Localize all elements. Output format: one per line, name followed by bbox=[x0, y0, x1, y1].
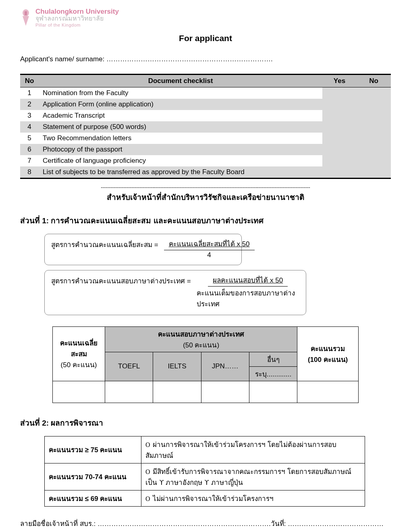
col-no2: No bbox=[357, 74, 391, 87]
table-row: 1Nomination from the Faculty bbox=[20, 87, 391, 99]
page-title: For applicant bbox=[20, 33, 391, 43]
table-row: 6Photocopy of the passport bbox=[20, 144, 391, 155]
brand-line-th: จุฬาลงกรณ์มหาวิทยาลัย bbox=[35, 15, 119, 22]
check-yes[interactable] bbox=[322, 121, 357, 133]
table-row: 7Certificate of language proficiency bbox=[20, 155, 391, 166]
col-no: No bbox=[20, 74, 39, 87]
score-total-cell[interactable] bbox=[297, 381, 359, 403]
check-yes[interactable] bbox=[322, 110, 357, 121]
brand-tagline: Pillar of the Kingdom bbox=[35, 22, 119, 28]
score-jpn-cell[interactable] bbox=[201, 381, 249, 403]
check-no[interactable] bbox=[357, 166, 391, 179]
radio-mark-icon[interactable]: O bbox=[145, 468, 151, 475]
brand-text: Chulalongkorn University จุฬาลงกรณ์มหาวิ… bbox=[35, 8, 119, 28]
check-no[interactable] bbox=[357, 110, 391, 121]
score-gpa-cell[interactable] bbox=[53, 381, 105, 403]
table-row: 3Academic Transcript bbox=[20, 110, 391, 121]
brand-line-en: Chulalongkorn University bbox=[35, 8, 119, 15]
check-yes[interactable] bbox=[322, 144, 357, 155]
check-yes[interactable] bbox=[322, 166, 357, 179]
radio-mark-icon[interactable]: O bbox=[145, 441, 151, 448]
table-row: 4Statement of purpose (500 words) bbox=[20, 121, 391, 133]
formula-language: สูตรการคำนวณคะแนนสอบภาษาต่างประเทศ = ผลค… bbox=[44, 270, 306, 315]
table-row: 5Two Recommendation letters bbox=[20, 133, 391, 144]
score-other-cell[interactable] bbox=[249, 381, 297, 403]
radio-mark-icon[interactable]: O bbox=[145, 495, 151, 502]
university-crest-icon bbox=[20, 9, 31, 27]
check-yes[interactable] bbox=[322, 99, 357, 110]
officer-section-heading: สำหรับเจ้าหน้าที่สำนักบริหารวิรัชกิจและเ… bbox=[20, 191, 391, 203]
result-table: คะแนนรวม ≥ 75 คะแนน O ผ่านการพิจารณาให้เ… bbox=[44, 436, 365, 507]
check-no[interactable] bbox=[357, 155, 391, 166]
table-row: 2Application Form (online application) bbox=[20, 99, 391, 110]
svg-rect-1 bbox=[25, 11, 27, 15]
section-1-heading: ส่วนที่ 1: การคำนวณคะแนนเฉลี่ยสะสม และคะ… bbox=[20, 214, 391, 227]
applicant-name-line: Applicant's name/ surname: …………………………………… bbox=[20, 55, 391, 63]
col-doc: Document checklist bbox=[39, 74, 322, 87]
col-yes: Yes bbox=[322, 74, 357, 87]
check-no[interactable] bbox=[357, 99, 391, 110]
document-checklist-table: No Document checklist Yes No 1Nomination… bbox=[20, 74, 391, 179]
check-yes[interactable] bbox=[322, 155, 357, 166]
section-2-heading: ส่วนที่ 2: ผลการพิจารณา bbox=[20, 417, 391, 429]
separator-dashes: ----------------------------------------… bbox=[20, 185, 391, 190]
formula-gpa: สูตรการคำนวณคะแนนเฉลี่ยสะสม = คะแนนเฉลี่… bbox=[44, 234, 242, 265]
check-no[interactable] bbox=[357, 121, 391, 133]
score-ielts-cell[interactable] bbox=[153, 381, 201, 403]
brand-header: Chulalongkorn University จุฬาลงกรณ์มหาวิ… bbox=[20, 8, 391, 28]
table-row: 8List of subjects to be transferred as a… bbox=[20, 166, 391, 179]
check-yes[interactable] bbox=[322, 133, 357, 144]
check-yes[interactable] bbox=[322, 87, 357, 99]
score-toefl-cell[interactable] bbox=[105, 381, 153, 403]
signature-line: ลายมือชื่อเจ้าหน้าที่ สบร.: ………………………………… bbox=[20, 518, 391, 529]
check-no[interactable] bbox=[357, 133, 391, 144]
score-table: คะแนนเฉลี่ย สะสม (50 คะแนน) คะแนนสอบภาษา… bbox=[52, 326, 359, 403]
check-no[interactable] bbox=[357, 87, 391, 99]
check-no[interactable] bbox=[357, 144, 391, 155]
